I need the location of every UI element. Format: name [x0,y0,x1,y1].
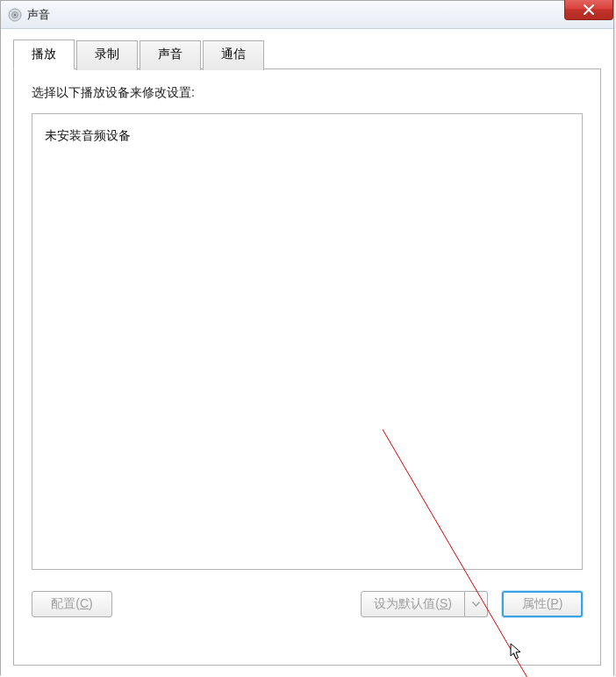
set-default-button[interactable]: 设为默认值(S) [361,591,465,617]
tab-label: 录制 [95,47,119,61]
set-default-split-button: 设为默认值(S) [361,591,488,617]
tab-playback[interactable]: 播放 [13,40,75,69]
no-devices-message: 未安装音频设备 [45,128,131,142]
tab-label: 播放 [32,47,56,61]
configure-button[interactable]: 配置(C) [32,591,112,617]
button-row: 配置(C) 设为默认值(S) 属性(P) [32,591,583,617]
tab-label: 声音 [158,47,183,61]
dialog-content: 播放 录制 声音 通信 选择以下播放设备来修改设置: 未安装音频设备 配置(C)… [1,29,613,677]
instruction-text: 选择以下播放设备来修改设置: [32,85,583,101]
sound-dialog: 声音 播放 录制 声音 通信 选择以下播放设备来修改设置: 未安装音频设备 配置… [0,0,614,675]
speaker-icon [8,8,22,22]
tab-communications[interactable]: 通信 [203,40,264,70]
close-button[interactable] [564,0,613,20]
device-list[interactable]: 未安装音频设备 [32,113,583,570]
tab-label: 通信 [221,47,246,61]
window-title: 声音 [27,7,50,23]
titlebar: 声音 [1,1,613,29]
tab-strip: 播放 录制 声音 通信 [13,40,601,69]
svg-point-2 [14,13,16,15]
tab-recording[interactable]: 录制 [76,40,138,70]
tab-panel-playback: 选择以下播放设备来修改设置: 未安装音频设备 配置(C) 设为默认值(S) 属性… [13,68,601,666]
set-default-dropdown[interactable] [465,591,488,617]
tab-sounds[interactable]: 声音 [140,40,201,70]
properties-button[interactable]: 属性(P) [502,591,583,617]
chevron-down-icon [472,601,480,607]
